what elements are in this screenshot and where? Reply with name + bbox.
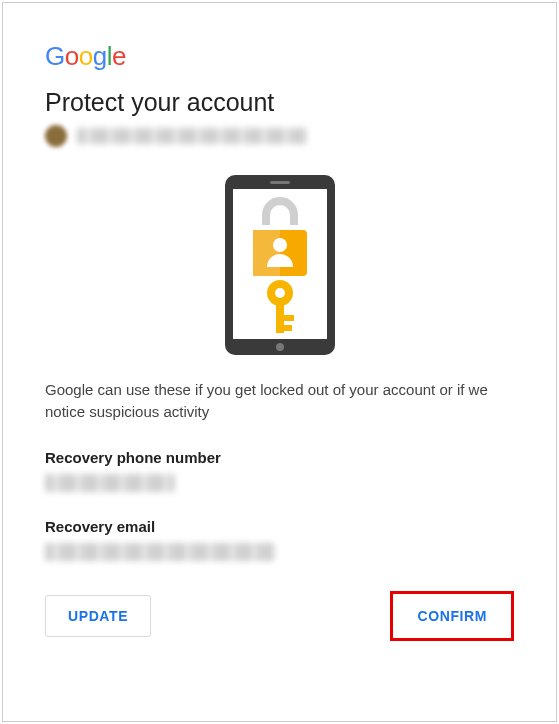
svg-rect-11 [284,325,292,331]
button-row: UPDATE CONFIRM [45,591,514,641]
svg-point-6 [273,238,287,252]
svg-point-3 [276,343,284,351]
svg-rect-5 [253,230,280,276]
svg-point-8 [275,288,285,298]
phone-lock-key-icon [215,175,345,355]
avatar [45,125,67,147]
recovery-phone-value [45,474,175,492]
confirm-highlight: CONFIRM [390,591,514,641]
recovery-email-label: Recovery email [45,518,514,535]
recovery-email-value [45,543,275,561]
google-logo: Google [45,41,514,72]
recovery-phone-label: Recovery phone number [45,449,514,466]
account-row [45,125,514,147]
update-button[interactable]: UPDATE [45,595,151,637]
confirm-button[interactable]: CONFIRM [395,596,509,636]
security-checkup-card: Google Protect your account [2,2,557,722]
account-email [77,128,307,144]
svg-rect-10 [284,315,294,321]
page-title: Protect your account [45,88,514,117]
description-text: Google can use these if you get locked o… [45,379,514,423]
svg-rect-2 [270,181,290,184]
svg-rect-9 [276,303,284,333]
illustration [45,175,514,355]
